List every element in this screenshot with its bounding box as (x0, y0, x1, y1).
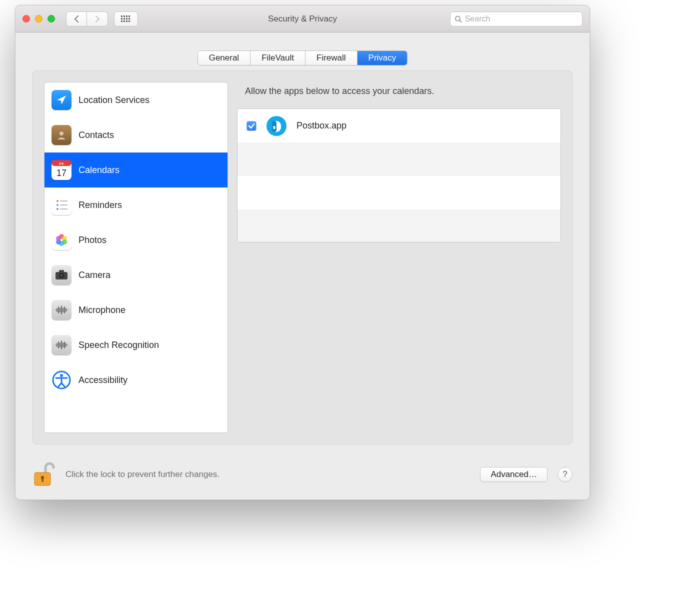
tab-label: Privacy (368, 53, 396, 63)
svg-rect-7 (128, 18, 130, 20)
category-label: Microphone (78, 305, 126, 316)
search-field[interactable] (450, 12, 582, 26)
tabs: General FileVault Firewall Privacy (198, 50, 408, 66)
nav-buttons (66, 12, 108, 26)
category-label: Reminders (78, 200, 122, 210)
tab-filevault[interactable]: FileVault (250, 51, 306, 65)
tab-label: General (209, 53, 239, 63)
category-microphone[interactable]: Microphone (44, 292, 228, 328)
category-contacts[interactable]: Contacts (44, 118, 228, 152)
svg-text:JUL: JUL (58, 162, 64, 165)
app-row-empty (238, 210, 560, 242)
accessibility-icon (52, 370, 72, 390)
category-calendars[interactable]: JUL17 Calendars (44, 152, 228, 188)
check-icon (248, 122, 255, 130)
app-list[interactable]: Postbox.app (237, 108, 561, 242)
category-list[interactable]: Location Services Contacts JUL17 Calenda… (44, 82, 228, 433)
category-camera[interactable]: Camera (44, 258, 228, 292)
category-label: Contacts (78, 130, 114, 140)
microphone-icon (52, 300, 72, 320)
preferences-window: Security & Privacy General FileVault Fir… (15, 5, 590, 500)
svg-rect-4 (121, 18, 122, 20)
svg-line-13 (460, 20, 462, 22)
svg-text:17: 17 (56, 168, 66, 178)
category-photos[interactable]: Photos (44, 222, 228, 258)
category-location-services[interactable]: Location Services (44, 82, 228, 118)
tab-privacy[interactable]: Privacy (358, 51, 408, 65)
show-all-button[interactable] (114, 12, 138, 26)
postbox-icon (266, 115, 288, 137)
category-speech-recognition[interactable]: Speech Recognition (44, 328, 228, 362)
category-reminders[interactable]: Reminders (44, 188, 228, 222)
speech-icon (52, 335, 72, 355)
app-checkbox[interactable] (246, 121, 256, 131)
back-button[interactable] (66, 12, 87, 26)
tab-firewall[interactable]: Firewall (306, 51, 358, 65)
chevron-right-icon (94, 16, 100, 22)
main-panel: Location Services Contacts JUL17 Calenda… (32, 70, 572, 444)
calendar-icon: JUL17 (52, 160, 72, 180)
minimize-window-button[interactable] (35, 15, 42, 22)
svg-rect-0 (121, 16, 122, 17)
svg-point-29 (56, 236, 61, 241)
tab-row: General FileVault Firewall Privacy (16, 50, 590, 66)
svg-rect-8 (121, 20, 122, 22)
zoom-window-button[interactable] (48, 15, 55, 22)
app-row-empty (238, 176, 560, 210)
detail-pane: Allow the apps below to access your cale… (237, 82, 561, 433)
lock-button[interactable] (32, 462, 56, 488)
category-label: Calendars (78, 165, 120, 176)
svg-rect-10 (126, 20, 128, 22)
svg-rect-65 (42, 478, 44, 482)
traffic-lights (22, 15, 55, 22)
permission-prompt: Allow the apps below to access your cale… (245, 86, 558, 96)
svg-rect-3 (128, 16, 130, 17)
camera-icon (52, 265, 72, 285)
app-row[interactable]: Postbox.app (238, 109, 560, 142)
help-button[interactable]: ? (558, 467, 572, 482)
titlebar: Security & Privacy (16, 6, 590, 32)
search-icon (454, 15, 462, 23)
svg-rect-5 (124, 18, 125, 20)
svg-point-22 (56, 208, 58, 210)
svg-rect-6 (126, 18, 128, 20)
category-label: Accessibility (78, 375, 128, 386)
advanced-button[interactable]: Advanced… (480, 467, 548, 482)
tab-label: Firewall (316, 53, 346, 63)
svg-rect-9 (124, 20, 125, 22)
app-row-empty (238, 142, 560, 176)
svg-rect-11 (128, 20, 130, 22)
unlocked-padlock-icon (32, 462, 56, 488)
svg-rect-57 (274, 126, 276, 129)
category-label: Location Services (78, 95, 150, 106)
app-name: Postbox.app (296, 120, 346, 131)
chevron-left-icon (74, 16, 80, 22)
footer: Click the lock to prevent further change… (16, 450, 590, 500)
svg-rect-1 (124, 16, 125, 17)
svg-point-20 (56, 204, 58, 206)
svg-point-18 (56, 200, 58, 202)
svg-point-33 (60, 274, 63, 277)
lock-hint: Click the lock to prevent further change… (66, 470, 220, 480)
svg-rect-31 (59, 270, 64, 273)
svg-point-14 (60, 132, 64, 136)
search-input[interactable] (465, 14, 578, 24)
forward-button[interactable] (87, 12, 108, 26)
category-label: Photos (78, 235, 106, 246)
svg-point-53 (60, 374, 63, 377)
close-window-button[interactable] (22, 15, 30, 22)
category-label: Speech Recognition (78, 340, 159, 350)
category-label: Camera (78, 270, 110, 280)
reminders-icon (52, 195, 72, 215)
tab-general[interactable]: General (198, 51, 250, 65)
category-accessibility[interactable]: Accessibility (44, 362, 228, 398)
grid-icon (121, 16, 131, 22)
svg-rect-2 (126, 16, 128, 17)
location-icon (52, 90, 72, 110)
photos-icon (52, 230, 72, 250)
contacts-icon (52, 125, 72, 145)
tab-label: FileVault (262, 53, 294, 63)
